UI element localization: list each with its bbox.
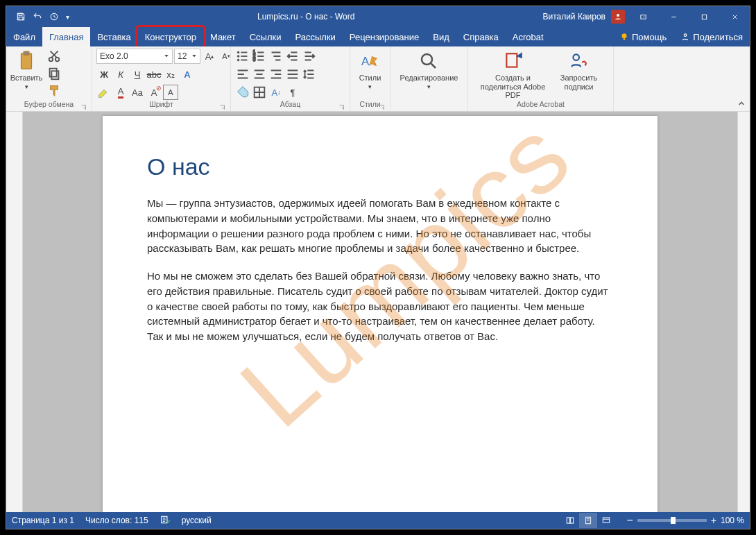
borders-icon[interactable] bbox=[252, 85, 267, 100]
tab-review[interactable]: Рецензирование bbox=[343, 27, 426, 46]
close-icon[interactable] bbox=[719, 6, 750, 27]
svg-point-26 bbox=[573, 54, 579, 60]
svg-text:A: A bbox=[361, 55, 369, 68]
svg-rect-4 bbox=[640, 15, 645, 19]
launcher-icon[interactable] bbox=[377, 103, 386, 111]
svg-point-17 bbox=[237, 56, 239, 58]
acrobat-create-button[interactable]: Создать и поделиться Adobe PDF bbox=[479, 49, 548, 100]
numbering-icon[interactable]: 123 bbox=[252, 49, 267, 64]
minimize-icon[interactable] bbox=[658, 6, 689, 27]
spellcheck-icon[interactable] bbox=[160, 515, 171, 527]
svg-point-8 bbox=[684, 34, 687, 37]
strike-icon[interactable]: abc bbox=[146, 67, 162, 82]
launcher-icon[interactable] bbox=[218, 103, 226, 111]
launcher-icon[interactable] bbox=[79, 103, 87, 111]
char-border-icon[interactable]: A bbox=[163, 85, 178, 100]
quick-access-toolbar: ▾ bbox=[6, 12, 69, 22]
print-layout-icon[interactable] bbox=[579, 513, 597, 528]
ribbon: Вставить ▾ Буфер обмена Exo 2.0 12 A▴ A▾… bbox=[6, 46, 750, 112]
group-acrobat: Создать и поделиться Adobe PDF Запросить… bbox=[468, 46, 614, 111]
acrobat-sign-button[interactable]: Запросить подписи bbox=[555, 49, 603, 91]
indent-right-icon[interactable] bbox=[302, 49, 317, 64]
svg-point-24 bbox=[422, 54, 432, 65]
svg-rect-15 bbox=[51, 86, 58, 90]
group-clipboard: Вставить ▾ Буфер обмена bbox=[6, 46, 92, 111]
indent-left-icon[interactable] bbox=[285, 49, 300, 64]
text-effect-icon[interactable]: A bbox=[180, 67, 195, 82]
bold-icon[interactable]: Ж bbox=[96, 67, 112, 82]
zoom-out-icon[interactable]: − bbox=[626, 514, 633, 527]
sub-sup-icon[interactable]: x₂ bbox=[163, 67, 178, 82]
tab-home[interactable]: Главная bbox=[42, 27, 90, 46]
ribbon-tabs: Файл Главная Вставка Конструктор Макет С… bbox=[6, 27, 750, 46]
copy-icon[interactable] bbox=[46, 66, 62, 81]
justify-icon[interactable] bbox=[285, 67, 300, 82]
format-painter-icon[interactable] bbox=[46, 83, 62, 99]
svg-point-12 bbox=[55, 58, 60, 62]
status-words[interactable]: Число слов: 115 bbox=[85, 516, 148, 525]
share-button[interactable]: Поделиться bbox=[673, 27, 750, 46]
collapse-ribbon-icon[interactable] bbox=[736, 99, 747, 110]
tab-acrobat[interactable]: Acrobat bbox=[506, 27, 551, 46]
doc-paragraph[interactable]: Мы — группа энтузиастов, одержимых идеей… bbox=[147, 196, 613, 256]
tab-mailings[interactable]: Рассылки bbox=[288, 27, 342, 46]
vertical-ruler bbox=[6, 112, 23, 512]
font-color-icon[interactable]: A bbox=[113, 85, 128, 100]
italic-icon[interactable]: К bbox=[113, 67, 128, 82]
multilevel-icon[interactable] bbox=[268, 49, 284, 64]
read-mode-icon[interactable] bbox=[561, 513, 579, 528]
show-marks-icon[interactable]: ¶ bbox=[285, 85, 300, 100]
window-controls bbox=[628, 6, 750, 27]
doc-paragraph[interactable]: Но мы не сможем это сделать без Вашей об… bbox=[147, 269, 613, 344]
launcher-icon[interactable] bbox=[337, 103, 345, 111]
zoom-value[interactable]: 100 % bbox=[721, 516, 744, 525]
tab-file[interactable]: Файл bbox=[6, 27, 42, 46]
undo-icon[interactable] bbox=[33, 12, 42, 22]
web-layout-icon[interactable] bbox=[597, 513, 615, 528]
line-spacing-icon[interactable] bbox=[302, 67, 317, 82]
scrollbar-space[interactable] bbox=[737, 112, 750, 512]
status-bar: Страница 1 из 1 Число слов: 115 русский … bbox=[6, 512, 750, 529]
avatar[interactable] bbox=[611, 10, 625, 24]
tab-view[interactable]: Вид bbox=[426, 27, 456, 46]
redo-icon[interactable] bbox=[49, 12, 59, 22]
doc-heading[interactable]: О нас bbox=[147, 153, 613, 180]
group-styles: A Стили▾ Стили bbox=[350, 46, 390, 111]
sort-icon[interactable]: A↓ bbox=[268, 85, 284, 100]
view-buttons bbox=[561, 513, 615, 528]
paste-button[interactable]: Вставить ▾ bbox=[10, 49, 42, 90]
zoom-slider[interactable] bbox=[637, 519, 707, 522]
svg-rect-0 bbox=[19, 13, 22, 15]
tab-help[interactable]: Справка bbox=[456, 27, 506, 46]
underline-icon[interactable]: Ч bbox=[130, 67, 145, 82]
editing-button[interactable]: Редактирование▾ bbox=[400, 49, 458, 90]
page[interactable]: Lumpics О нас Мы — группа энтузиастов, о… bbox=[103, 116, 658, 512]
tab-references[interactable]: Ссылки bbox=[243, 27, 289, 46]
tab-layout[interactable]: Макет bbox=[203, 27, 243, 46]
ribbon-options-icon[interactable] bbox=[628, 6, 658, 27]
font-size-combo[interactable]: 12 bbox=[174, 49, 200, 64]
cut-icon[interactable] bbox=[46, 49, 62, 64]
tab-insert[interactable]: Вставка bbox=[90, 27, 137, 46]
shading-icon[interactable] bbox=[235, 85, 250, 100]
grow-font-icon[interactable]: A▴ bbox=[202, 49, 217, 64]
zoom-in-icon[interactable]: + bbox=[711, 515, 716, 526]
qat-more-icon[interactable]: ▾ bbox=[66, 13, 69, 21]
highlight-icon[interactable] bbox=[96, 85, 112, 100]
window-title: Lumpics.ru - О нас - Word bbox=[69, 12, 542, 22]
align-left-icon[interactable] bbox=[235, 67, 250, 82]
status-language[interactable]: русский bbox=[182, 516, 212, 525]
align-right-icon[interactable] bbox=[268, 67, 284, 82]
styles-button[interactable]: A Стили▾ bbox=[359, 49, 381, 90]
save-icon[interactable] bbox=[16, 12, 26, 22]
font-name-combo[interactable]: Exo 2.0 bbox=[96, 49, 173, 64]
align-center-icon[interactable] bbox=[252, 67, 267, 82]
bullets-icon[interactable] bbox=[235, 49, 250, 64]
status-page[interactable]: Страница 1 из 1 bbox=[12, 516, 74, 525]
change-case-icon[interactable]: Aa bbox=[130, 85, 145, 100]
user-area[interactable]: Виталий Каиров bbox=[542, 10, 628, 24]
tell-me[interactable]: Помощь bbox=[612, 27, 673, 46]
clear-format-icon[interactable]: A⊘ bbox=[146, 85, 162, 100]
tab-design[interactable]: Конструктор bbox=[138, 27, 203, 46]
maximize-icon[interactable] bbox=[689, 6, 719, 27]
